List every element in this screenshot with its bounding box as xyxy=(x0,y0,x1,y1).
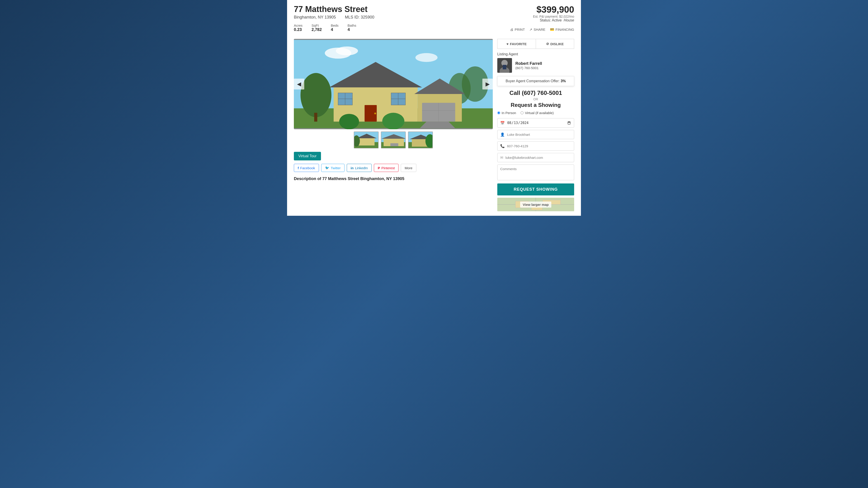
in-person-radio-label[interactable]: In Person xyxy=(497,111,516,115)
pinterest-icon: P xyxy=(378,166,380,170)
call-section: Call (607) 760-5001 OR Request a Showing xyxy=(497,90,574,108)
agent-phone: (607) 760-5001 xyxy=(515,66,542,70)
financing-icon: 💳 xyxy=(550,28,554,32)
dislike-button[interactable]: ⊘ DISLIKE xyxy=(536,39,575,49)
main-image-container: ◀ xyxy=(294,39,493,129)
facebook-share-button[interactable]: f Facebook xyxy=(294,164,319,172)
toolbar: 🖨 PRINT ↗ SHARE 💳 FINANCING xyxy=(510,28,574,32)
property-status: Status: Active House xyxy=(533,18,574,22)
listing-agent-label: Listing Agent xyxy=(497,52,574,56)
property-mls: MLS ID: 325900 xyxy=(345,15,374,20)
thumbnail-1[interactable] xyxy=(354,131,379,149)
twitter-share-button[interactable]: 🐦 Twitter xyxy=(321,164,344,172)
comments-field[interactable] xyxy=(497,164,574,180)
request-title: Request a Showing xyxy=(497,102,574,108)
svg-point-25 xyxy=(301,73,331,117)
property-location: Binghamton, NY 13905 xyxy=(294,15,336,20)
content-row: ◀ xyxy=(294,39,574,211)
social-share-bar: f Facebook 🐦 Twitter in LinkedIn P Pinte… xyxy=(294,164,493,172)
email-input[interactable] xyxy=(505,156,571,160)
share-button[interactable]: ↗ SHARE xyxy=(529,28,546,32)
virtual-radio[interactable] xyxy=(521,111,524,114)
thumbnail-strip xyxy=(294,131,493,149)
action-buttons: ♥ FAVORITE ⊘ DISLIKE xyxy=(497,39,574,49)
stat-acres: Acres 0.23 xyxy=(294,24,303,32)
agent-photo xyxy=(497,58,512,73)
prev-image-button[interactable]: ◀ xyxy=(294,78,304,90)
svg-point-3 xyxy=(415,53,438,62)
phone-input[interactable] xyxy=(507,144,571,148)
property-title: 77 Matthews Street xyxy=(294,4,374,14)
linkedin-icon: in xyxy=(350,166,353,170)
print-button[interactable]: 🖨 PRINT xyxy=(510,28,525,31)
svg-point-22 xyxy=(339,114,359,129)
twitter-icon: 🐦 xyxy=(325,166,329,170)
financing-button[interactable]: 💳 FINANCING xyxy=(550,28,575,32)
agent-info: Robert Farrell (607) 760-5001 xyxy=(515,61,542,70)
ban-icon: ⊘ xyxy=(546,42,549,46)
property-main-image xyxy=(294,39,493,129)
pinterest-share-button[interactable]: P Pinterest xyxy=(374,164,399,172)
svg-rect-29 xyxy=(359,138,375,145)
calendar-icon: 📅 xyxy=(500,121,505,125)
stat-baths: Baths 4 xyxy=(348,24,356,32)
right-column: ♥ FAVORITE ⊘ DISLIKE Listing Agent xyxy=(497,39,574,211)
showing-options: In Person Virtual (if available) xyxy=(497,111,574,115)
agent-avatar xyxy=(497,58,512,73)
map-preview[interactable]: View larger map xyxy=(497,198,574,211)
svg-rect-26 xyxy=(314,113,317,122)
left-column: ◀ xyxy=(294,39,493,211)
email-field[interactable]: ✉ xyxy=(497,153,574,162)
compensation-bar: Buyer Agent Compensation Offer: 3% xyxy=(497,76,574,86)
print-icon: 🖨 xyxy=(510,28,513,31)
virtual-radio-label[interactable]: Virtual (if available) xyxy=(521,111,554,115)
person-icon: 👤 xyxy=(500,132,505,137)
property-location-row: Binghamton, NY 13905 MLS ID: 325900 xyxy=(294,15,374,20)
stats-toolbar-row: Acres 0.23 SqFt 2,782 Beds 4 Baths 4 xyxy=(294,24,574,35)
compensation-value: 3% xyxy=(561,79,566,83)
svg-point-15 xyxy=(374,112,376,114)
name-input[interactable] xyxy=(507,133,571,136)
property-header: 77 Matthews Street Binghamton, NY 13905 … xyxy=(294,4,574,22)
view-larger-map-link[interactable]: View larger map xyxy=(520,201,552,207)
svg-rect-45 xyxy=(503,65,506,69)
property-payment: Est. P&I payment: $2,022/mo xyxy=(533,15,574,18)
name-field[interactable]: 👤 xyxy=(497,130,574,139)
linkedin-share-button[interactable]: in LinkedIn xyxy=(347,164,372,172)
svg-point-23 xyxy=(382,113,404,129)
heart-icon: ♥ xyxy=(506,42,508,46)
svg-point-2 xyxy=(336,46,358,55)
phone-field[interactable]: 📞 xyxy=(497,141,574,151)
more-share-button[interactable]: More xyxy=(401,164,416,172)
email-icon: ✉ xyxy=(500,156,503,160)
agent-row: Robert Farrell (607) 760-5001 xyxy=(497,58,574,73)
stat-beds: Beds 4 xyxy=(331,24,338,32)
description-title: Description of 77 Matthews Street Bingha… xyxy=(294,176,493,181)
thumbnail-2[interactable] xyxy=(381,131,406,149)
stats-row: Acres 0.23 SqFt 2,782 Beds 4 Baths 4 xyxy=(294,24,356,32)
property-title-block: 77 Matthews Street Binghamton, NY 13905 … xyxy=(294,4,374,22)
phone-icon: 📞 xyxy=(500,144,505,148)
chevron-left-icon: ◀ xyxy=(297,81,301,87)
page-wrapper: 77 Matthews Street Binghamton, NY 13905 … xyxy=(0,0,868,488)
share-icon: ↗ xyxy=(529,28,532,32)
chevron-right-icon: ▶ xyxy=(486,81,490,87)
or-divider: OR xyxy=(497,97,574,101)
favorite-button[interactable]: ♥ FAVORITE xyxy=(497,39,536,49)
date-input[interactable] xyxy=(507,121,571,125)
property-price-block: $399,900 Est. P&I payment: $2,022/mo Sta… xyxy=(533,4,574,22)
agent-name: Robert Farrell xyxy=(515,61,542,66)
facebook-icon: f xyxy=(298,166,299,170)
virtual-tour-section: Virtual Tour xyxy=(294,152,493,164)
request-showing-button[interactable]: REQUEST SHOWING xyxy=(497,184,574,195)
call-number: Call (607) 760-5001 xyxy=(497,90,574,96)
main-content: 77 Matthews Street Binghamton, NY 13905 … xyxy=(287,0,581,216)
virtual-tour-button[interactable]: Virtual Tour xyxy=(294,152,321,160)
in-person-radio[interactable] xyxy=(497,111,500,114)
thumbnail-3[interactable] xyxy=(408,131,433,149)
stat-sqft: SqFt 2,782 xyxy=(311,24,322,32)
next-image-button[interactable]: ▶ xyxy=(483,78,493,90)
date-field[interactable]: 📅 xyxy=(497,118,574,128)
property-price: $399,900 xyxy=(533,4,574,15)
svg-rect-36 xyxy=(391,143,398,146)
